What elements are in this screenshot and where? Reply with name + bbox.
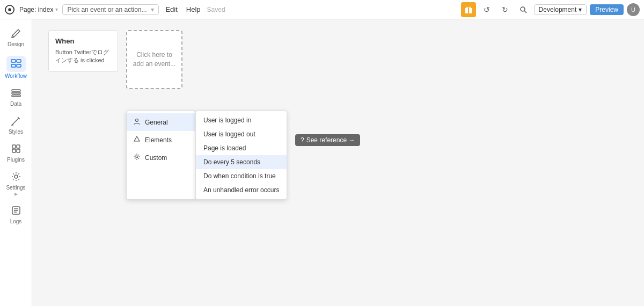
preview-button[interactable]: Preview — [590, 4, 624, 15]
page-arrow: ▾ — [55, 6, 58, 12]
logs-icon — [11, 205, 21, 217]
dropdown-item-every-5[interactable]: Do every 5 seconds — [196, 155, 287, 169]
add-event-block[interactable]: Click here to add an event... — [126, 30, 182, 89]
event-dropdown: General Elements — [126, 111, 287, 200]
sidebar-item-plugins[interactable]: Plugins — [0, 139, 32, 167]
svg-point-1 — [8, 8, 11, 11]
see-reference-label: See reference → — [306, 136, 355, 144]
topbar: Page: index ▾ Pick an event or an action… — [0, 0, 644, 19]
svg-rect-12 — [12, 92, 20, 94]
styles-icon — [11, 115, 21, 128]
dropdown-item-error-occurs[interactable]: An unhandled error occurs — [196, 183, 287, 197]
see-reference-button[interactable]: ? See reference → — [295, 134, 360, 146]
workflow-icon-bg — [6, 56, 26, 72]
sidebar-item-styles[interactable]: Styles — [0, 111, 32, 139]
svg-point-25 — [136, 156, 138, 158]
sidebar-item-settings[interactable]: Settings ▶ — [0, 167, 32, 201]
dropdown-item-logged-in[interactable]: User is logged in — [196, 113, 287, 127]
help-menu[interactable]: Help — [186, 5, 201, 13]
logs-label: Logs — [10, 218, 22, 224]
svg-rect-4 — [468, 8, 469, 13]
redo-button[interactable]: ↻ — [497, 2, 513, 17]
see-reference-icon: ? — [301, 136, 304, 144]
dropdown-categories: General Elements — [126, 111, 196, 200]
svg-marker-24 — [134, 136, 140, 141]
add-event-text: Click here to add an event... — [131, 50, 177, 69]
action-picker[interactable]: Pick an event or an action... ▾ — [62, 4, 159, 15]
svg-rect-13 — [12, 95, 20, 97]
elements-icon — [133, 135, 141, 144]
dropdown-category-elements[interactable]: Elements — [127, 131, 195, 149]
svg-rect-11 — [12, 90, 20, 91]
data-icon — [11, 88, 21, 100]
page-label: Page: index — [19, 6, 53, 13]
dropdown-items: User is logged in User is logged out Pag… — [195, 111, 287, 200]
svg-rect-9 — [11, 64, 16, 67]
edit-menu[interactable]: Edit — [165, 5, 177, 13]
saved-status: Saved — [207, 6, 225, 13]
dropdown-item-logged-out[interactable]: User is logged out — [196, 127, 287, 141]
styles-label: Styles — [9, 129, 23, 135]
svg-rect-17 — [17, 149, 20, 152]
sidebar-item-design[interactable]: Design — [0, 24, 32, 52]
data-label: Data — [10, 101, 21, 107]
workflow-label: Workflow — [5, 73, 27, 79]
action-picker-arrow: ▾ — [151, 6, 154, 13]
svg-rect-8 — [17, 60, 21, 62]
sidebar-item-logs[interactable]: Logs — [0, 201, 32, 229]
action-picker-text: Pick an event or an action... — [67, 6, 147, 13]
app-logo — [4, 4, 15, 15]
when-title: When — [55, 37, 111, 45]
sidebar: Design Workflow Data — [0, 19, 32, 306]
plugins-label: Plugins — [7, 157, 25, 163]
elements-label: Elements — [145, 136, 172, 144]
undo-button[interactable]: ↺ — [479, 2, 494, 17]
settings-icon — [11, 171, 21, 184]
env-label: Development — [539, 6, 577, 13]
canvas: When Button Twitterでログインする is clicked Cl… — [32, 19, 644, 306]
search-button[interactable] — [516, 2, 531, 17]
general-icon — [133, 118, 141, 127]
plugins-icon — [11, 143, 21, 156]
when-block: When Button Twitterでログインする is clicked — [48, 30, 118, 72]
page-breadcrumb[interactable]: Page: index ▾ — [19, 6, 58, 13]
svg-rect-7 — [11, 60, 16, 62]
design-icon — [11, 28, 21, 40]
gift-button[interactable] — [461, 2, 476, 17]
sidebar-item-workflow[interactable]: Workflow — [0, 52, 32, 83]
custom-label: Custom — [145, 154, 167, 162]
sidebar-item-data[interactable]: Data — [0, 83, 32, 111]
dropdown-item-page-loaded[interactable]: Page is loaded — [196, 141, 287, 155]
dropdown-item-condition-true[interactable]: Do when condition is true — [196, 169, 287, 183]
svg-rect-15 — [17, 145, 20, 148]
design-label: Design — [8, 41, 24, 47]
svg-point-23 — [136, 119, 138, 122]
when-description: Button Twitterでログインする is clicked — [55, 48, 111, 65]
svg-rect-10 — [17, 64, 21, 67]
general-label: General — [145, 119, 168, 126]
svg-point-18 — [14, 175, 18, 178]
environment-selector[interactable]: Development ▾ — [534, 4, 587, 15]
env-arrow: ▾ — [579, 6, 582, 13]
svg-point-5 — [521, 7, 525, 11]
svg-rect-14 — [12, 145, 16, 148]
topbar-nav: Edit Help — [165, 5, 200, 13]
dropdown-category-general[interactable]: General — [127, 113, 195, 131]
main-layout: Design Workflow Data — [0, 19, 644, 306]
topbar-right: ↺ ↻ Development ▾ Preview U — [461, 2, 640, 17]
user-avatar[interactable]: U — [627, 3, 640, 16]
custom-icon — [133, 153, 141, 162]
svg-line-6 — [524, 11, 526, 13]
settings-label: Settings — [6, 185, 25, 191]
dropdown-category-custom[interactable]: Custom — [127, 149, 195, 166]
settings-expand: ▶ — [14, 192, 18, 196]
svg-rect-16 — [12, 149, 16, 152]
